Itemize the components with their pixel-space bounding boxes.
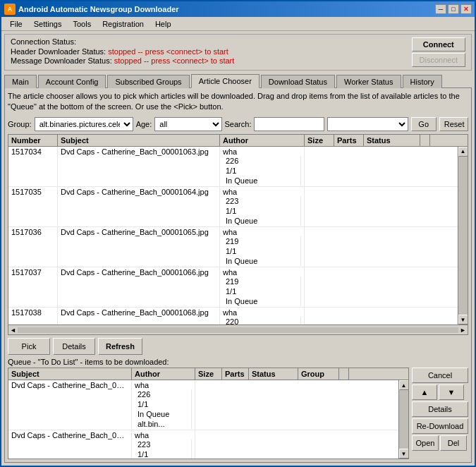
cell-subject: Dvd Caps - Catherine_Bach_00001063.jpg xyxy=(58,147,220,186)
tab-download-status[interactable]: Download Status xyxy=(261,75,335,88)
chooser-description: The article chooser allows you to pick w… xyxy=(8,91,468,113)
maximize-button[interactable]: □ xyxy=(448,4,459,14)
cell-parts: 1/1 xyxy=(223,206,301,216)
group-select[interactable]: alt.binaries.pictures.celebi xyxy=(35,117,133,131)
queue-section: Queue - "To Do List" - items to be downl… xyxy=(8,358,468,459)
open-button[interactable]: Open xyxy=(412,435,439,451)
menu-bar: File Settings Tools Registration Help xyxy=(1,17,475,31)
title-bar: A Android Automatic Newsgroup Downloader… xyxy=(1,1,475,17)
scroll-up-arrow[interactable]: ▲ xyxy=(458,147,468,157)
content-area: Connection Status: Header Downloader Sta… xyxy=(1,31,475,466)
menu-settings[interactable]: Settings xyxy=(28,18,68,30)
q-cell-group: alt.bin... xyxy=(135,419,192,429)
q-scroll-up[interactable]: ▲ xyxy=(399,380,409,390)
queue-label: Queue - "To Do List" - items to be downl… xyxy=(8,358,468,366)
cell-number: 1517038 xyxy=(8,308,58,325)
tab-subscribed-groups[interactable]: Subscribed Groups xyxy=(107,75,189,88)
search-label: Search: xyxy=(225,120,252,128)
redownload-button[interactable]: Re-Download xyxy=(412,418,468,434)
cancel-button[interactable]: Cancel xyxy=(412,368,468,383)
cell-subject: Dvd Caps - Catherine_Bach_00001066.jpg xyxy=(58,267,220,307)
queue-header: Subject Author Size Parts Status Group xyxy=(8,368,408,380)
q-cell-author: wha 226 1/1 In Queue alt.bin... xyxy=(132,380,195,430)
disconnect-button[interactable]: Disconnect xyxy=(412,53,465,67)
scroll-down-arrow[interactable]: ▼ xyxy=(458,315,468,325)
minimize-button[interactable]: ─ xyxy=(435,4,446,14)
col-number: Number xyxy=(8,135,58,146)
table-row[interactable]: 1517037 Dvd Caps - Catherine_Bach_000010… xyxy=(8,267,458,308)
cell-author: wha 220 1/1 In Queue xyxy=(220,308,305,325)
connection-label: Connection Status: xyxy=(11,37,405,46)
q-cell-author: wha 223 1/1 In Queue alt.bin... xyxy=(132,430,195,459)
cell-parts: 1/1 xyxy=(223,246,301,256)
cell-subject: Dvd Caps - Catherine_Bach_00001064.jpg xyxy=(58,187,220,226)
tab-history[interactable]: History xyxy=(403,75,442,88)
pick-button[interactable]: Pick xyxy=(8,338,50,355)
q-cell-status: In Queue xyxy=(135,409,192,419)
articles-body[interactable]: 1517034 Dvd Caps - Catherine_Bach_000010… xyxy=(8,147,458,325)
cell-author: wha 219 1/1 In Queue xyxy=(220,267,305,307)
search-input[interactable] xyxy=(254,117,324,131)
queue-scrollbar[interactable]: ▲ ▼ xyxy=(398,380,408,459)
tab-main[interactable]: Main xyxy=(4,75,37,88)
reset-button[interactable]: Reset xyxy=(439,117,468,131)
cell-parts: 1/1 xyxy=(223,166,301,176)
queue-row[interactable]: Dvd Caps - Catherine_Bach_0000106... wha… xyxy=(8,430,398,459)
go-button[interactable]: Go xyxy=(411,117,437,131)
cell-author: wha 223 1/1 In Queue xyxy=(220,187,305,226)
col-author: Author xyxy=(220,135,305,146)
queue-details-button[interactable]: Details xyxy=(412,401,468,417)
col-status: Status xyxy=(364,135,420,146)
articles-scrollbar[interactable]: ▲ ▼ xyxy=(458,147,468,325)
main-window: A Android Automatic Newsgroup Downloader… xyxy=(0,0,476,467)
tab-account-config[interactable]: Account Config xyxy=(38,75,106,88)
message-status-label: Message Downloader Status: xyxy=(11,56,112,65)
q-cell-size: 223 xyxy=(135,439,192,449)
scroll-track xyxy=(458,157,468,315)
queue-body[interactable]: Dvd Caps - Catherine_Bach_0000106... wha… xyxy=(8,380,398,459)
queue-buttons: Cancel ▲ ▼ Details Re-Download Open Del xyxy=(412,368,468,459)
table-row[interactable]: 1517034 Dvd Caps - Catherine_Bach_000010… xyxy=(8,147,458,187)
search-select[interactable] xyxy=(327,117,408,131)
menu-file[interactable]: File xyxy=(4,18,28,30)
cell-size: 223 xyxy=(223,196,301,206)
col-size: Size xyxy=(305,135,334,146)
table-header: Number Subject Author Size Parts Status xyxy=(8,135,468,147)
up-button[interactable]: ▲ xyxy=(412,384,437,400)
down-button[interactable]: ▼ xyxy=(439,384,464,400)
header-status-value: stopped -- press <connect> to start xyxy=(108,47,228,56)
q-cell-size: 226 xyxy=(135,389,192,399)
nav-row: ▲ ▼ xyxy=(412,384,468,400)
menu-help[interactable]: Help xyxy=(149,18,177,30)
details-button[interactable]: Details xyxy=(53,338,95,355)
q-col-subject: Subject xyxy=(8,368,132,380)
table-row[interactable]: 1517036 Dvd Caps - Catherine_Bach_000010… xyxy=(8,227,458,267)
menu-registration[interactable]: Registration xyxy=(97,18,149,30)
tab-article-chooser[interactable]: Article Chooser xyxy=(191,74,260,88)
action-buttons: Pick Details Refresh xyxy=(8,338,468,355)
queue-row[interactable]: Dvd Caps - Catherine_Bach_0000106... wha… xyxy=(8,380,398,430)
q-scroll-down[interactable]: ▼ xyxy=(399,449,409,459)
cell-size: 220 xyxy=(223,317,301,325)
q-scroll-track xyxy=(399,390,408,449)
table-row[interactable]: 1517038 Dvd Caps - Catherine_Bach_000010… xyxy=(8,308,458,325)
horizontal-scrollbar[interactable]: ◄ ► xyxy=(8,325,468,334)
del-button[interactable]: Del xyxy=(440,435,467,451)
message-status-line: Message Downloader Status: stopped -- pr… xyxy=(11,56,405,65)
age-select[interactable]: all xyxy=(154,117,221,131)
tab-worker-status[interactable]: Worker Status xyxy=(336,75,401,88)
menu-tools[interactable]: Tools xyxy=(67,18,97,30)
q-col-size: Size xyxy=(195,368,222,380)
q-cell-parts: 1/1 xyxy=(135,449,192,459)
q-col-status: Status xyxy=(249,368,298,380)
cell-author: wha 219 1/1 In Queue xyxy=(220,227,305,267)
age-label: Age: xyxy=(136,120,152,128)
cell-subject: Dvd Caps - Catherine_Bach_00001068.jpg xyxy=(58,308,220,325)
q-col-author: Author xyxy=(132,368,195,380)
connect-button[interactable]: Connect xyxy=(412,37,465,51)
message-status-value: stopped -- press <connect> to start xyxy=(114,56,235,65)
close-button[interactable]: ✕ xyxy=(460,4,472,14)
table-row[interactable]: 1517035 Dvd Caps - Catherine_Bach_000010… xyxy=(8,187,458,227)
refresh-button[interactable]: Refresh xyxy=(98,338,142,355)
cell-author: wha 226 1/1 In Queue xyxy=(220,147,305,186)
